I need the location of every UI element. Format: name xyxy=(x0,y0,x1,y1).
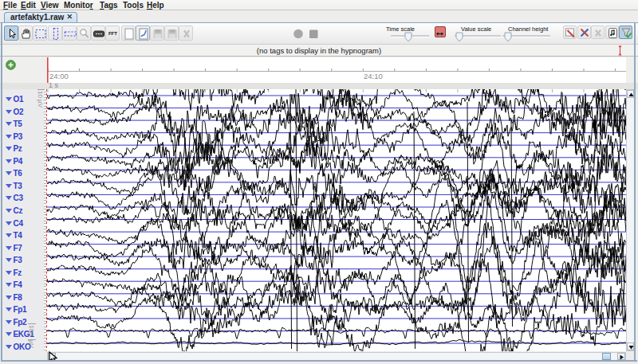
svg-text:24:00: 24:00 xyxy=(49,72,69,80)
svg-text:24:10: 24:10 xyxy=(364,72,383,80)
